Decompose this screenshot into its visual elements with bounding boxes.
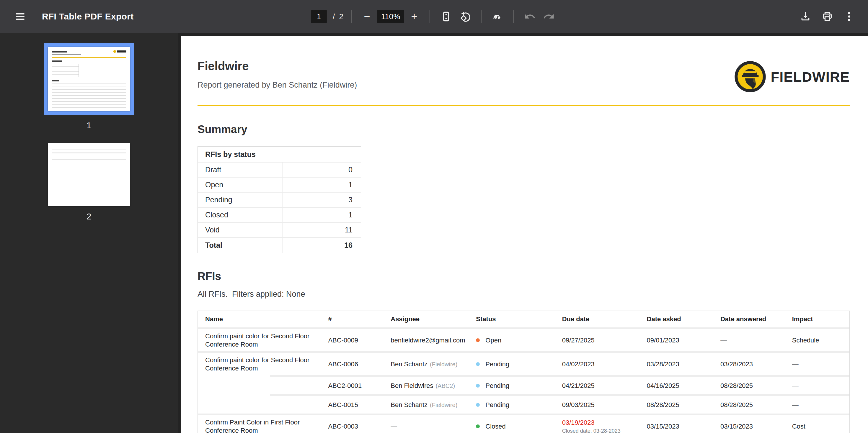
- page-1-thumbnail[interactable]: [44, 43, 134, 115]
- rfi-date-answered: 03/28/2023: [720, 358, 792, 371]
- pdf-viewer-toolbar: RFI Table PDF Export / 2 − 110% +: [0, 0, 868, 33]
- download-icon: [800, 11, 811, 23]
- undo-button[interactable]: [522, 8, 538, 25]
- rfi-impact: Cost: [792, 420, 849, 433]
- summary-row-value: 1: [283, 208, 361, 222]
- rfi-status-label: Pending: [485, 382, 509, 390]
- rfi-status-label: Pending: [485, 401, 509, 409]
- rfi-assignee: Ben Fieldwires(ABC2): [391, 379, 476, 393]
- toolbar-document-title: RFI Table PDF Export: [42, 11, 133, 22]
- thumbnail-logo: [113, 50, 126, 53]
- rfi-date-asked: 08/28/2025: [647, 398, 720, 412]
- toolbar-divider: [481, 10, 482, 23]
- rfi-status: Closed: [476, 420, 562, 433]
- rfi-due-value: 04/21/2025: [562, 382, 643, 390]
- rfi-date-answered: 03/15/2023: [720, 420, 792, 433]
- pdf-page-1: Fieldwire Report generated by Ben Schant…: [181, 36, 868, 433]
- summary-row: Pending3: [198, 193, 361, 208]
- summary-row: Closed1: [198, 208, 361, 223]
- summary-row-label: Draft: [198, 163, 283, 177]
- page-number-input[interactable]: [311, 10, 327, 23]
- summary-row: Open1: [198, 177, 361, 193]
- rfi-due-date: 09/03/2025: [562, 398, 647, 412]
- menu-button[interactable]: [12, 8, 28, 25]
- toolbar-divider: [351, 10, 352, 23]
- rfi-table-header: Name#AssigneeStatusDue dateDate askedDat…: [198, 311, 849, 327]
- rfi-due-value: 09/27/2025: [562, 337, 643, 344]
- annotate-button[interactable]: [489, 8, 506, 25]
- rfi-name: [198, 402, 328, 408]
- page-1-number: 1: [87, 120, 92, 130]
- fit-page-button[interactable]: [438, 8, 454, 25]
- rfi-date-answered: —: [720, 334, 792, 347]
- summary-row-value: 3: [283, 193, 361, 207]
- report-title: Fieldwire: [197, 60, 357, 73]
- status-dot-icon: [476, 425, 480, 428]
- summary-row-value: 0: [283, 163, 361, 177]
- rfi-column-header: Status: [476, 315, 562, 323]
- rfi-table-row: Confirm paint color for Second Floor Con…: [198, 353, 849, 375]
- rfi-status-label: Pending: [485, 360, 509, 368]
- rfi-date-asked: 09/01/2023: [647, 334, 720, 347]
- summary-row-label: Void: [198, 223, 283, 237]
- rfi-name: Confirm paint color for Second Floor Con…: [198, 353, 328, 375]
- rfi-date-asked: 04/16/2025: [647, 379, 720, 393]
- rotate-icon: [459, 11, 471, 23]
- rfi-number: ABC-0015: [328, 398, 391, 412]
- rfi-impact: —: [792, 398, 849, 412]
- page-2-thumbnail[interactable]: [48, 143, 130, 206]
- zoom-out-button[interactable]: −: [359, 9, 375, 24]
- status-dot-icon: [476, 338, 480, 342]
- page-2-thumbnail-preview: [48, 143, 130, 206]
- page-2-number: 2: [87, 211, 92, 222]
- rfi-due-date: 04/02/2023: [562, 358, 647, 371]
- rfis-filter-note: All RFIs. Filters applied: None: [197, 290, 850, 299]
- rfi-date-answered: 08/28/2025: [720, 379, 792, 393]
- rfi-table-row: Confirm Paint Color in First Floor Confe…: [198, 415, 849, 433]
- zoom-level-display[interactable]: 110%: [377, 10, 404, 23]
- rfi-assignee-org: (ABC2): [436, 382, 455, 389]
- rfi-number: ABC-0003: [328, 420, 391, 433]
- fieldwire-wordmark: FIELDWIRE: [771, 69, 850, 85]
- rfis-heading: RFIs: [197, 270, 850, 282]
- summary-row-label: Closed: [198, 208, 283, 222]
- summary-row-label: Open: [198, 177, 283, 192]
- summary-row-value: 1: [283, 177, 361, 192]
- rfi-column-header: Assignee: [391, 315, 476, 323]
- rfi-assignee: Ben Schantz(Fieldwire): [391, 398, 476, 412]
- rfi-assignee-name: Ben Schantz: [391, 360, 428, 368]
- yellow-divider: [197, 105, 850, 106]
- rfi-column-header: Date asked: [647, 315, 720, 323]
- rfi-column-header: Due date: [562, 315, 647, 323]
- redo-icon: [543, 11, 555, 23]
- report-subtitle: Report generated by Ben Schantz (Fieldwi…: [197, 80, 357, 90]
- rfi-date-asked: 03/15/2023: [647, 420, 720, 433]
- rfi-date-asked: 03/28/2023: [647, 358, 720, 371]
- rfi-table: Name#AssigneeStatusDue dateDate askedDat…: [197, 310, 850, 433]
- summary-row-label: Pending: [198, 193, 283, 207]
- fieldwire-logo: FIELDWIRE: [734, 61, 850, 93]
- summary-row-label: Total: [198, 238, 283, 253]
- print-button[interactable]: [819, 8, 836, 25]
- rfi-status: Pending: [476, 358, 562, 371]
- rfi-assignee-org: (Fieldwire): [430, 361, 457, 368]
- summary-row-value: 11: [283, 223, 361, 237]
- page-1-thumbnail-preview: [48, 47, 130, 111]
- rfi-assignee: —: [391, 420, 476, 433]
- rfi-due-value: 09/03/2025: [562, 401, 643, 409]
- more-options-button[interactable]: [841, 8, 857, 25]
- download-button[interactable]: [797, 8, 814, 25]
- rfi-number: ABC-0009: [328, 334, 391, 347]
- rfi-status-label: Closed: [485, 423, 505, 430]
- redo-button[interactable]: [540, 8, 557, 25]
- zoom-in-button[interactable]: +: [407, 9, 422, 24]
- rfi-assignee-name: Ben Fieldwires: [391, 382, 433, 389]
- thumbnail-sidebar: 1 2: [0, 33, 178, 433]
- rotate-button[interactable]: [457, 8, 473, 25]
- rfi-name: Confirm paint color for Second Floor Con…: [198, 329, 328, 351]
- summary-table: RFIs by status Draft0Open1Pending3Closed…: [197, 146, 361, 253]
- viewer-area[interactable]: Fieldwire Report generated by Ben Schant…: [178, 33, 868, 433]
- rfi-number: ABC2-0001: [328, 379, 391, 393]
- rfi-closed-date-note: Closed date: 03-28-2023: [562, 428, 643, 433]
- page-count-label: / 2: [333, 12, 343, 21]
